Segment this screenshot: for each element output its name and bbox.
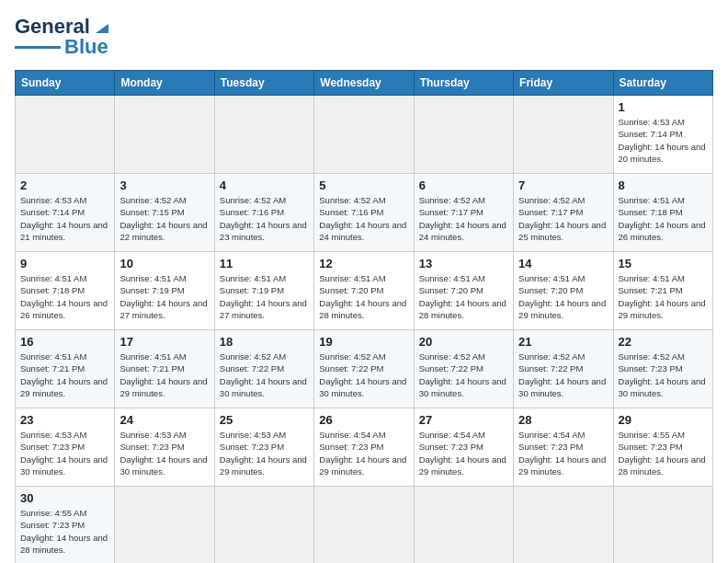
calendar-cell (414, 96, 513, 174)
calendar-cell: 20Sunrise: 4:52 AMSunset: 7:22 PMDayligh… (414, 330, 513, 408)
calendar-cell: 1Sunrise: 4:53 AMSunset: 7:14 PMDaylight… (613, 96, 712, 174)
calendar-cell (514, 96, 613, 174)
calendar-cell (613, 487, 712, 564)
calendar-cell: 19Sunrise: 4:52 AMSunset: 7:22 PMDayligh… (314, 330, 414, 408)
cell-info: Sunrise: 4:55 AMSunset: 7:23 PMDaylight:… (20, 507, 109, 556)
calendar-cell (314, 96, 414, 174)
calendar-cell: 3Sunrise: 4:52 AMSunset: 7:15 PMDaylight… (115, 174, 214, 252)
calendar-day-header: Thursday (414, 71, 513, 96)
calendar-cell: 27Sunrise: 4:54 AMSunset: 7:23 PMDayligh… (414, 408, 513, 487)
cell-info: Sunrise: 4:51 AMSunset: 7:18 PMDaylight:… (20, 272, 109, 321)
day-number: 12 (319, 257, 408, 270)
calendar-cell: 25Sunrise: 4:53 AMSunset: 7:23 PMDayligh… (214, 408, 313, 487)
calendar-cell: 16Sunrise: 4:51 AMSunset: 7:21 PMDayligh… (16, 330, 115, 408)
day-number: 8 (619, 178, 708, 192)
calendar-cell: 29Sunrise: 4:55 AMSunset: 7:23 PMDayligh… (613, 408, 712, 487)
cell-info: Sunrise: 4:52 AMSunset: 7:16 PMDaylight:… (220, 194, 309, 243)
cell-info: Sunrise: 4:54 AMSunset: 7:23 PMDaylight:… (518, 429, 608, 477)
day-number: 17 (119, 335, 209, 349)
cell-info: Sunrise: 4:55 AMSunset: 7:23 PMDaylight:… (619, 429, 708, 477)
calendar-cell (214, 96, 313, 174)
day-number: 3 (119, 178, 209, 192)
cell-info: Sunrise: 4:54 AMSunset: 7:23 PMDaylight:… (319, 429, 408, 477)
calendar-cell: 11Sunrise: 4:51 AMSunset: 7:19 PMDayligh… (214, 252, 313, 330)
cell-info: Sunrise: 4:52 AMSunset: 7:15 PMDaylight:… (119, 194, 209, 243)
cell-info: Sunrise: 4:51 AMSunset: 7:21 PMDaylight:… (619, 272, 708, 321)
calendar-day-header: Sunday (16, 71, 115, 96)
calendar-cell: 12Sunrise: 4:51 AMSunset: 7:20 PMDayligh… (314, 252, 414, 330)
cell-info: Sunrise: 4:52 AMSunset: 7:17 PMDaylight:… (518, 194, 608, 243)
logo-blue-text: Blue (64, 35, 108, 59)
day-number: 22 (619, 335, 708, 349)
cell-info: Sunrise: 4:52 AMSunset: 7:22 PMDaylight:… (419, 350, 508, 399)
cell-info: Sunrise: 4:53 AMSunset: 7:23 PMDaylight:… (119, 429, 209, 477)
page-header: General Blue (15, 15, 713, 59)
day-number: 25 (220, 413, 309, 427)
cell-info: Sunrise: 4:51 AMSunset: 7:20 PMDaylight:… (419, 272, 508, 321)
day-number: 21 (518, 335, 608, 349)
day-number: 24 (119, 413, 209, 427)
calendar-cell: 24Sunrise: 4:53 AMSunset: 7:23 PMDayligh… (115, 408, 214, 487)
calendar-week-row: 30Sunrise: 4:55 AMSunset: 7:23 PMDayligh… (16, 487, 713, 564)
day-number: 7 (518, 178, 608, 192)
calendar-week-row: 23Sunrise: 4:53 AMSunset: 7:23 PMDayligh… (16, 408, 713, 487)
cell-info: Sunrise: 4:51 AMSunset: 7:21 PMDaylight:… (20, 350, 109, 399)
cell-info: Sunrise: 4:53 AMSunset: 7:23 PMDaylight:… (220, 429, 309, 477)
day-number: 9 (20, 257, 109, 270)
day-number: 16 (20, 335, 109, 349)
calendar-day-header: Tuesday (214, 71, 313, 96)
day-number: 6 (419, 178, 508, 192)
calendar-cell (16, 96, 115, 174)
cell-info: Sunrise: 4:54 AMSunset: 7:23 PMDaylight:… (419, 429, 508, 477)
day-number: 5 (319, 178, 408, 192)
calendar-day-header: Saturday (613, 71, 712, 96)
day-number: 11 (220, 257, 309, 270)
calendar-cell (414, 487, 513, 564)
cell-info: Sunrise: 4:52 AMSunset: 7:22 PMDaylight:… (220, 350, 309, 399)
calendar-week-row: 1Sunrise: 4:53 AMSunset: 7:14 PMDaylight… (16, 96, 713, 174)
calendar-week-row: 9Sunrise: 4:51 AMSunset: 7:18 PMDaylight… (16, 252, 713, 330)
cell-info: Sunrise: 4:51 AMSunset: 7:21 PMDaylight:… (119, 350, 209, 399)
calendar-cell: 9Sunrise: 4:51 AMSunset: 7:18 PMDaylight… (16, 252, 115, 330)
day-number: 18 (220, 335, 309, 349)
calendar-cell: 7Sunrise: 4:52 AMSunset: 7:17 PMDaylight… (514, 174, 613, 252)
calendar-cell (115, 96, 214, 174)
calendar-cell (514, 487, 613, 564)
calendar-cell: 5Sunrise: 4:52 AMSunset: 7:16 PMDaylight… (314, 174, 414, 252)
cell-info: Sunrise: 4:52 AMSunset: 7:16 PMDaylight:… (319, 194, 408, 243)
cell-info: Sunrise: 4:52 AMSunset: 7:22 PMDaylight:… (319, 350, 408, 399)
day-number: 26 (319, 413, 408, 427)
calendar-table: SundayMondayTuesdayWednesdayThursdayFrid… (15, 70, 713, 563)
day-number: 19 (319, 335, 408, 349)
calendar-cell: 18Sunrise: 4:52 AMSunset: 7:22 PMDayligh… (214, 330, 313, 408)
svg-marker-0 (96, 24, 108, 33)
calendar-week-row: 2Sunrise: 4:53 AMSunset: 7:14 PMDaylight… (16, 174, 713, 252)
calendar-cell: 10Sunrise: 4:51 AMSunset: 7:19 PMDayligh… (115, 252, 214, 330)
cell-info: Sunrise: 4:52 AMSunset: 7:22 PMDaylight:… (518, 350, 608, 399)
logo-underline (15, 46, 61, 49)
calendar-cell: 8Sunrise: 4:51 AMSunset: 7:18 PMDaylight… (613, 174, 712, 252)
day-number: 15 (619, 257, 708, 270)
cell-info: Sunrise: 4:51 AMSunset: 7:20 PMDaylight:… (518, 272, 608, 321)
calendar-cell: 28Sunrise: 4:54 AMSunset: 7:23 PMDayligh… (514, 408, 613, 487)
day-number: 27 (419, 413, 508, 427)
cell-info: Sunrise: 4:53 AMSunset: 7:23 PMDaylight:… (20, 429, 109, 477)
calendar-cell (115, 487, 214, 564)
day-number: 4 (220, 178, 309, 192)
calendar-cell: 4Sunrise: 4:52 AMSunset: 7:16 PMDaylight… (214, 174, 313, 252)
calendar-cell (214, 487, 313, 564)
calendar-cell: 2Sunrise: 4:53 AMSunset: 7:14 PMDaylight… (16, 174, 115, 252)
calendar-cell: 6Sunrise: 4:52 AMSunset: 7:17 PMDaylight… (414, 174, 513, 252)
logo: General Blue (15, 15, 112, 59)
day-number: 30 (20, 491, 109, 505)
cell-info: Sunrise: 4:51 AMSunset: 7:18 PMDaylight:… (619, 194, 708, 243)
day-number: 1 (619, 100, 708, 114)
day-number: 29 (619, 413, 708, 427)
calendar-cell: 17Sunrise: 4:51 AMSunset: 7:21 PMDayligh… (115, 330, 214, 408)
cell-info: Sunrise: 4:51 AMSunset: 7:19 PMDaylight:… (220, 272, 309, 321)
calendar-cell: 21Sunrise: 4:52 AMSunset: 7:22 PMDayligh… (514, 330, 613, 408)
cell-info: Sunrise: 4:52 AMSunset: 7:23 PMDaylight:… (619, 350, 708, 399)
day-number: 2 (20, 178, 109, 192)
calendar-day-header: Friday (514, 71, 613, 96)
calendar-week-row: 16Sunrise: 4:51 AMSunset: 7:21 PMDayligh… (16, 330, 713, 408)
